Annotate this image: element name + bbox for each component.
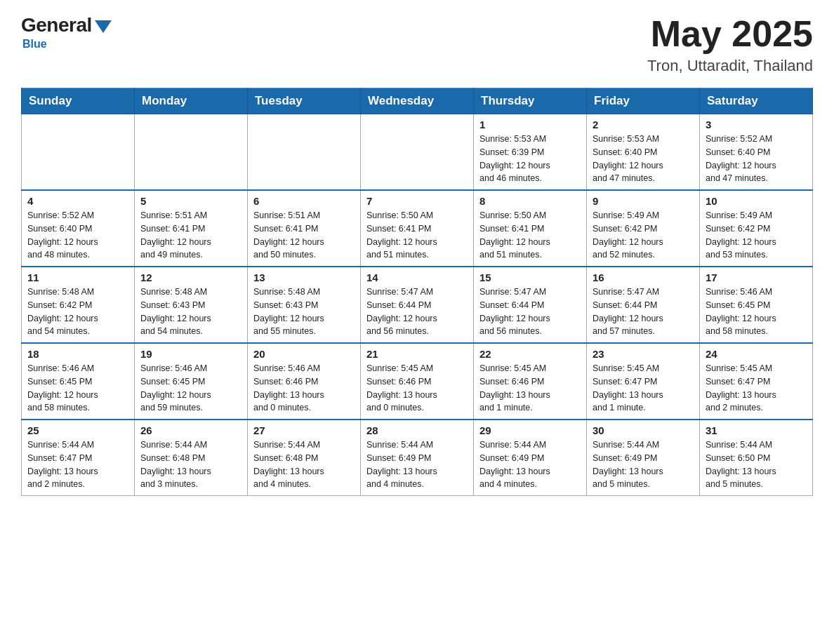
calendar-week-row: 11Sunrise: 5:48 AM Sunset: 6:42 PM Dayli… xyxy=(22,267,813,343)
calendar-day-cell: 5Sunrise: 5:51 AM Sunset: 6:41 PM Daylig… xyxy=(135,190,248,267)
day-info: Sunrise: 5:48 AM Sunset: 6:43 PM Dayligh… xyxy=(140,286,241,338)
day-info: Sunrise: 5:44 AM Sunset: 6:50 PM Dayligh… xyxy=(706,438,807,491)
day-number: 19 xyxy=(140,348,241,360)
day-number: 7 xyxy=(366,195,468,207)
calendar-day-cell: 8Sunrise: 5:50 AM Sunset: 6:41 PM Daylig… xyxy=(474,190,587,267)
day-of-week-header: Saturday xyxy=(700,88,813,114)
day-info: Sunrise: 5:45 AM Sunset: 6:47 PM Dayligh… xyxy=(706,362,807,415)
month-year-title: May 2025 xyxy=(647,14,813,54)
day-number: 11 xyxy=(27,271,128,283)
day-info: Sunrise: 5:53 AM Sunset: 6:39 PM Dayligh… xyxy=(479,133,581,185)
day-info: Sunrise: 5:49 AM Sunset: 6:42 PM Dayligh… xyxy=(706,209,807,262)
logo-blue-text: Blue xyxy=(22,38,47,51)
day-info: Sunrise: 5:48 AM Sunset: 6:42 PM Dayligh… xyxy=(27,286,128,338)
day-number: 18 xyxy=(27,348,128,360)
day-of-week-header: Thursday xyxy=(474,88,587,114)
day-of-week-header: Friday xyxy=(587,88,700,114)
day-info: Sunrise: 5:49 AM Sunset: 6:42 PM Dayligh… xyxy=(593,209,694,262)
calendar-day-cell: 23Sunrise: 5:45 AM Sunset: 6:47 PM Dayli… xyxy=(587,343,700,420)
calendar-day-cell: 18Sunrise: 5:46 AM Sunset: 6:45 PM Dayli… xyxy=(22,343,135,420)
day-number: 15 xyxy=(479,271,581,283)
day-number: 10 xyxy=(706,195,807,207)
day-number: 24 xyxy=(706,348,807,360)
day-info: Sunrise: 5:44 AM Sunset: 6:49 PM Dayligh… xyxy=(366,438,468,491)
calendar-day-cell: 29Sunrise: 5:44 AM Sunset: 6:49 PM Dayli… xyxy=(474,420,587,496)
day-info: Sunrise: 5:47 AM Sunset: 6:44 PM Dayligh… xyxy=(366,286,468,338)
calendar-day-cell: 19Sunrise: 5:46 AM Sunset: 6:45 PM Dayli… xyxy=(135,343,248,420)
calendar-day-cell: 7Sunrise: 5:50 AM Sunset: 6:41 PM Daylig… xyxy=(361,190,474,267)
day-number: 17 xyxy=(706,271,807,283)
calendar-day-cell: 11Sunrise: 5:48 AM Sunset: 6:42 PM Dayli… xyxy=(22,267,135,343)
day-number: 22 xyxy=(479,348,581,360)
day-number: 16 xyxy=(593,271,694,283)
logo-general-text: General xyxy=(21,14,92,36)
calendar-week-row: 18Sunrise: 5:46 AM Sunset: 6:45 PM Dayli… xyxy=(22,343,813,420)
day-info: Sunrise: 5:46 AM Sunset: 6:45 PM Dayligh… xyxy=(27,362,128,415)
day-of-week-header: Wednesday xyxy=(361,88,474,114)
calendar-day-cell xyxy=(361,114,474,191)
day-info: Sunrise: 5:45 AM Sunset: 6:47 PM Dayligh… xyxy=(593,362,694,415)
day-info: Sunrise: 5:46 AM Sunset: 6:45 PM Dayligh… xyxy=(140,362,241,415)
day-number: 14 xyxy=(366,271,468,283)
day-info: Sunrise: 5:52 AM Sunset: 6:40 PM Dayligh… xyxy=(27,209,128,262)
day-info: Sunrise: 5:47 AM Sunset: 6:44 PM Dayligh… xyxy=(479,286,581,338)
calendar-day-cell: 2Sunrise: 5:53 AM Sunset: 6:40 PM Daylig… xyxy=(587,114,700,191)
day-info: Sunrise: 5:44 AM Sunset: 6:48 PM Dayligh… xyxy=(253,438,355,491)
day-number: 12 xyxy=(140,271,241,283)
day-number: 4 xyxy=(27,195,128,207)
calendar-day-cell: 3Sunrise: 5:52 AM Sunset: 6:40 PM Daylig… xyxy=(700,114,813,191)
day-of-week-header: Monday xyxy=(135,88,248,114)
day-number: 5 xyxy=(140,195,241,207)
calendar-day-cell: 30Sunrise: 5:44 AM Sunset: 6:49 PM Dayli… xyxy=(587,420,700,496)
day-number: 8 xyxy=(479,195,581,207)
day-info: Sunrise: 5:46 AM Sunset: 6:46 PM Dayligh… xyxy=(253,362,355,415)
calendar-day-cell: 20Sunrise: 5:46 AM Sunset: 6:46 PM Dayli… xyxy=(248,343,361,420)
calendar-table: SundayMondayTuesdayWednesdayThursdayFrid… xyxy=(21,88,813,496)
calendar-day-cell: 16Sunrise: 5:47 AM Sunset: 6:44 PM Dayli… xyxy=(587,267,700,343)
calendar-day-cell: 1Sunrise: 5:53 AM Sunset: 6:39 PM Daylig… xyxy=(474,114,587,191)
day-info: Sunrise: 5:44 AM Sunset: 6:49 PM Dayligh… xyxy=(593,438,694,491)
calendar-day-cell: 31Sunrise: 5:44 AM Sunset: 6:50 PM Dayli… xyxy=(700,420,813,496)
day-number: 28 xyxy=(366,424,468,436)
calendar-day-cell: 6Sunrise: 5:51 AM Sunset: 6:41 PM Daylig… xyxy=(248,190,361,267)
day-number: 3 xyxy=(706,119,807,130)
day-info: Sunrise: 5:52 AM Sunset: 6:40 PM Dayligh… xyxy=(706,133,807,185)
calendar-day-cell: 4Sunrise: 5:52 AM Sunset: 6:40 PM Daylig… xyxy=(22,190,135,267)
day-info: Sunrise: 5:51 AM Sunset: 6:41 PM Dayligh… xyxy=(253,209,355,262)
calendar-day-cell: 17Sunrise: 5:46 AM Sunset: 6:45 PM Dayli… xyxy=(700,267,813,343)
calendar-day-cell: 13Sunrise: 5:48 AM Sunset: 6:43 PM Dayli… xyxy=(248,267,361,343)
day-of-week-header: Tuesday xyxy=(248,88,361,114)
calendar-day-cell: 12Sunrise: 5:48 AM Sunset: 6:43 PM Dayli… xyxy=(135,267,248,343)
calendar-day-cell: 27Sunrise: 5:44 AM Sunset: 6:48 PM Dayli… xyxy=(248,420,361,496)
calendar-day-cell: 24Sunrise: 5:45 AM Sunset: 6:47 PM Dayli… xyxy=(700,343,813,420)
day-info: Sunrise: 5:48 AM Sunset: 6:43 PM Dayligh… xyxy=(253,286,355,338)
day-number: 27 xyxy=(253,424,355,436)
calendar-day-cell: 26Sunrise: 5:44 AM Sunset: 6:48 PM Dayli… xyxy=(135,420,248,496)
day-number: 31 xyxy=(706,424,807,436)
day-number: 29 xyxy=(479,424,581,436)
location-subtitle: Tron, Uttaradit, Thailand xyxy=(647,57,813,75)
calendar-day-cell: 14Sunrise: 5:47 AM Sunset: 6:44 PM Dayli… xyxy=(361,267,474,343)
calendar-day-cell: 9Sunrise: 5:49 AM Sunset: 6:42 PM Daylig… xyxy=(587,190,700,267)
day-number: 26 xyxy=(140,424,241,436)
calendar-week-row: 1Sunrise: 5:53 AM Sunset: 6:39 PM Daylig… xyxy=(22,114,813,191)
title-area: May 2025 Tron, Uttaradit, Thailand xyxy=(647,14,813,75)
day-number: 1 xyxy=(479,119,581,130)
calendar-day-cell: 22Sunrise: 5:45 AM Sunset: 6:46 PM Dayli… xyxy=(474,343,587,420)
day-info: Sunrise: 5:46 AM Sunset: 6:45 PM Dayligh… xyxy=(706,286,807,338)
calendar-day-cell: 28Sunrise: 5:44 AM Sunset: 6:49 PM Dayli… xyxy=(361,420,474,496)
day-number: 13 xyxy=(253,271,355,283)
day-info: Sunrise: 5:50 AM Sunset: 6:41 PM Dayligh… xyxy=(366,209,468,262)
day-number: 23 xyxy=(593,348,694,360)
calendar-header-row: SundayMondayTuesdayWednesdayThursdayFrid… xyxy=(22,88,813,114)
day-info: Sunrise: 5:50 AM Sunset: 6:41 PM Dayligh… xyxy=(479,209,581,262)
day-number: 30 xyxy=(593,424,694,436)
day-number: 21 xyxy=(366,348,468,360)
calendar-week-row: 25Sunrise: 5:44 AM Sunset: 6:47 PM Dayli… xyxy=(22,420,813,496)
calendar-day-cell xyxy=(248,114,361,191)
calendar-day-cell: 10Sunrise: 5:49 AM Sunset: 6:42 PM Dayli… xyxy=(700,190,813,267)
page-header: General Blue May 2025 Tron, Uttaradit, T… xyxy=(21,14,813,75)
logo: General Blue xyxy=(21,14,112,51)
day-of-week-header: Sunday xyxy=(22,88,135,114)
day-number: 20 xyxy=(253,348,355,360)
